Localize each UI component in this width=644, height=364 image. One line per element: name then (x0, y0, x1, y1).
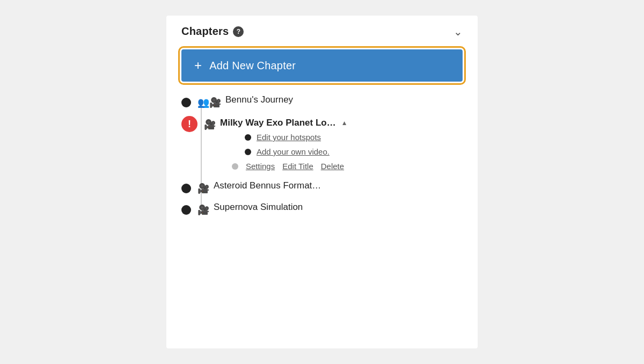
add-chapter-wrapper: + Add New Chapter (166, 45, 478, 90)
warning-dot: ! (181, 116, 197, 132)
group-video-icon: 👥🎥 (197, 97, 221, 108)
list-item: ! 🎥 Milky Way Exo Planet Lo… ▲ Edit your… (181, 116, 463, 171)
action-dot (232, 163, 238, 170)
add-new-chapter-button[interactable]: + Add New Chapter (181, 49, 463, 82)
header-left: Chapters ? (181, 25, 244, 38)
chapter-list: 👥🎥 Bennu's Journey ! 🎥 Milky Way Exo Pla… (166, 90, 478, 234)
camera-video-icon: 🎥 (197, 183, 209, 194)
list-item: 👥🎥 Bennu's Journey (181, 94, 463, 108)
sub-dot (245, 149, 251, 155)
action-links: Settings Edit Title Delete (220, 162, 463, 171)
chapter-name[interactable]: Bennu's Journey (225, 94, 463, 105)
chapter-dot (181, 98, 191, 107)
sub-item-video: Add your own video. (245, 147, 463, 156)
chapter-dot (181, 184, 191, 193)
settings-link[interactable]: Settings (246, 162, 275, 171)
chapter-name[interactable]: Supernova Simulation (214, 202, 463, 213)
chevron-down-icon[interactable]: ⌄ (453, 26, 463, 37)
panel-header: Chapters ? ⌄ (166, 16, 478, 45)
chapter-content: Asteroid Bennus Format… (214, 180, 463, 191)
spacer (181, 171, 463, 180)
chapter-name[interactable]: Milky Way Exo Planet Lo… ▲ (220, 118, 463, 128)
add-video-link[interactable]: Add your own video. (257, 147, 330, 156)
chapter-name[interactable]: Asteroid Bennus Format… (214, 180, 463, 191)
chapters-panel: Chapters ? ⌄ + Add New Chapter 👥🎥 Bennu'… (166, 16, 478, 348)
chapter-content: Milky Way Exo Planet Lo… ▲ Edit your hot… (220, 116, 463, 171)
list-item: 🎥 Asteroid Bennus Format… (181, 180, 463, 194)
chapter-dot (181, 205, 191, 215)
sub-dot (245, 134, 251, 141)
sub-items: Edit your hotspots Add your own video. (245, 133, 463, 156)
sub-item-hotspots: Edit your hotspots (245, 133, 463, 142)
edit-hotspots-link[interactable]: Edit your hotspots (257, 133, 321, 142)
edit-title-link[interactable]: Edit Title (282, 162, 313, 171)
chapter-content: Bennu's Journey (225, 94, 463, 105)
delete-link[interactable]: Delete (321, 162, 344, 171)
camera-video-icon: 🎥 (204, 119, 216, 130)
add-chapter-label: Add New Chapter (209, 60, 296, 72)
help-icon[interactable]: ? (233, 26, 244, 37)
list-item: 🎥 Supernova Simulation (181, 202, 463, 216)
sort-up-icon[interactable]: ▲ (341, 119, 348, 127)
plus-icon: + (194, 59, 202, 72)
panel-title: Chapters (181, 25, 229, 38)
chapter-content: Supernova Simulation (214, 202, 463, 213)
group-video-icon: 🎥 (197, 204, 209, 216)
